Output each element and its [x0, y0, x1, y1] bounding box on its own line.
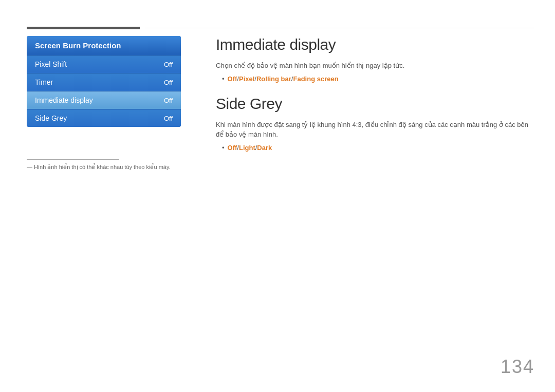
section2-title: Side Grey: [216, 95, 534, 113]
section2-opt-dark: Dark: [257, 144, 272, 152]
menu-item-side-grey-label: Side Grey: [35, 114, 67, 122]
footnote-divider: [27, 159, 119, 160]
menu-item-pixel-shift[interactable]: Pixel Shift Off: [27, 55, 181, 73]
footnote-text: ― Hình ảnh hiển thị có thể khác nhau tùy…: [27, 164, 171, 171]
section2-opt-off: Off: [228, 144, 237, 152]
section1-opt-pixel: Pixel: [239, 75, 254, 83]
menu-item-immediate-display-value: Off: [164, 97, 173, 104]
top-bar-dark: [27, 27, 140, 29]
menu-container: Screen Burn Protection Pixel Shift Off T…: [27, 36, 181, 127]
section1-opt-rolling: Rolling bar: [256, 75, 291, 83]
menu-item-immediate-display[interactable]: Immediate display Off: [27, 91, 181, 109]
menu-item-timer[interactable]: Timer Off: [27, 73, 181, 91]
section1-opt-fading: Fading screen: [293, 75, 338, 83]
menu-header: Screen Burn Protection: [27, 36, 181, 55]
menu-item-immediate-display-label: Immediate display: [35, 96, 93, 104]
section1-opt-off: Off: [228, 75, 237, 83]
section2-desc: Khi màn hình được đặt sang tỷ lệ khung h…: [216, 120, 534, 140]
footnote-area: ― Hình ảnh hiển thị có thể khác nhau tùy…: [27, 159, 171, 171]
section2-bullet: •: [222, 144, 225, 152]
menu-item-timer-label: Timer: [35, 78, 53, 86]
section1-title: Immediate display: [216, 36, 534, 53]
top-bar-light: [145, 28, 534, 28]
top-bar-area: [0, 27, 555, 29]
menu-item-timer-value: Off: [164, 79, 173, 86]
right-content: Immediate display Chọn chế độ bảo vệ màn…: [216, 36, 534, 155]
menu-item-pixel-shift-label: Pixel Shift: [35, 60, 67, 68]
section1-options: • Off / Pixel / Rolling bar / Fading scr…: [216, 75, 534, 83]
menu-item-side-grey-value: Off: [164, 115, 173, 122]
left-panel: Screen Burn Protection Pixel Shift Off T…: [27, 36, 181, 127]
section2-options: • Off / Light / Dark: [216, 144, 534, 152]
menu-item-pixel-shift-value: Off: [164, 61, 173, 68]
section1-desc: Chọn chế độ bảo vệ màn hình bạn muốn hiể…: [216, 61, 534, 71]
menu-item-side-grey[interactable]: Side Grey Off: [27, 109, 181, 127]
section1-bullet: •: [222, 75, 225, 83]
page-number: 134: [501, 356, 534, 378]
section2-opt-light: Light: [239, 144, 255, 152]
